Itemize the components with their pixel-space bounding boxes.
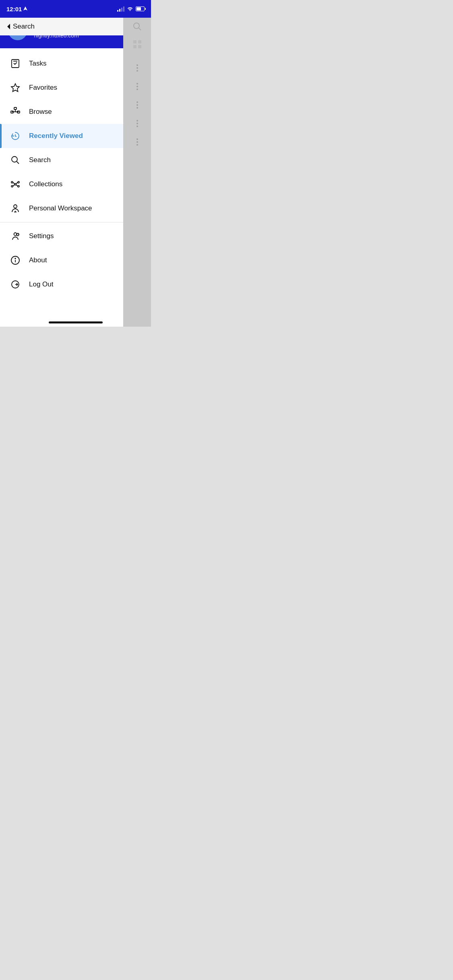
logout-label: Log Out <box>29 280 54 288</box>
svg-point-22 <box>11 185 13 187</box>
status-bar: 12:01 <box>0 0 151 18</box>
svg-point-21 <box>18 181 19 183</box>
back-arrow-icon <box>6 23 10 30</box>
dots-row-3 <box>137 101 138 109</box>
about-label: About <box>29 256 47 264</box>
logout-icon <box>10 279 21 290</box>
collections-label: Collections <box>29 180 62 188</box>
sidebar-item-settings[interactable]: Settings <box>0 224 123 248</box>
svg-line-27 <box>16 185 18 186</box>
search-icon <box>10 154 21 166</box>
dots-row-5 <box>137 138 138 146</box>
right-panel-search[interactable] <box>123 18 151 35</box>
battery-icon <box>136 6 145 11</box>
tasks-label: Tasks <box>29 60 46 68</box>
svg-line-18 <box>17 162 19 164</box>
sidebar-item-personal-workspace[interactable]: Personal Workspace <box>0 196 123 220</box>
svg-line-37 <box>17 235 17 235</box>
svg-point-28 <box>14 205 17 208</box>
svg-rect-3 <box>138 40 141 43</box>
about-icon <box>10 255 21 266</box>
recently-viewed-icon <box>10 130 21 142</box>
home-indicator <box>49 321 103 323</box>
svg-marker-8 <box>11 84 19 92</box>
grid-icon <box>133 40 142 49</box>
recently-viewed-label: Recently Viewed <box>29 132 83 140</box>
right-panel-grid[interactable] <box>123 35 151 53</box>
svg-point-20 <box>11 181 13 183</box>
browse-label: Browse <box>29 108 52 116</box>
wifi-icon <box>127 6 133 12</box>
collections-icon <box>10 179 21 190</box>
location-arrow-icon <box>23 6 27 11</box>
right-panel-rows <box>123 53 151 327</box>
favorites-label: Favorites <box>29 84 57 92</box>
signal-icon <box>117 6 124 12</box>
sidebar-item-logout[interactable]: Log Out <box>0 272 123 296</box>
svg-line-1 <box>139 28 141 31</box>
svg-rect-4 <box>133 45 137 48</box>
dots-row-1 <box>137 64 138 72</box>
svg-point-0 <box>134 23 139 29</box>
sidebar-item-browse[interactable]: Browse <box>0 100 123 124</box>
svg-point-41 <box>15 258 16 259</box>
status-icons <box>117 6 145 12</box>
browse-icon <box>10 106 21 117</box>
svg-rect-5 <box>138 45 141 48</box>
tasks-icon <box>10 58 21 69</box>
svg-rect-9 <box>14 107 17 109</box>
nav-divider <box>0 222 123 222</box>
svg-point-23 <box>18 185 19 187</box>
svg-line-35 <box>17 234 17 235</box>
svg-rect-2 <box>133 40 137 43</box>
nav-list: Tasks Favorites <box>0 48 123 327</box>
svg-line-25 <box>16 182 18 184</box>
sidebar-item-search[interactable]: Search <box>0 148 123 172</box>
dots-row-4 <box>137 120 138 127</box>
back-nav-row[interactable]: Search <box>0 18 123 35</box>
favorites-icon <box>10 82 21 93</box>
dots-row-2 <box>137 83 138 90</box>
settings-label: Settings <box>29 232 54 240</box>
svg-line-26 <box>13 185 14 186</box>
settings-icon <box>10 231 21 242</box>
sidebar-item-tasks[interactable]: Tasks <box>0 51 123 76</box>
svg-line-38 <box>19 234 19 235</box>
side-drawer: J John Doe nightly.nuxeo.com Tasks <box>0 0 123 327</box>
back-nav-label: Search <box>13 23 35 31</box>
personal-workspace-icon <box>10 203 21 214</box>
search-label: Search <box>29 156 51 164</box>
sidebar-item-favorites[interactable]: Favorites <box>0 76 123 100</box>
svg-point-19 <box>14 183 16 185</box>
personal-workspace-label: Personal Workspace <box>29 204 92 212</box>
status-time: 12:01 <box>6 6 27 12</box>
sidebar-item-collections[interactable]: Collections <box>0 172 123 196</box>
svg-line-36 <box>19 235 19 235</box>
sidebar-item-about[interactable]: About <box>0 248 123 272</box>
svg-line-24 <box>13 182 14 184</box>
search-icon-right <box>133 22 142 31</box>
sidebar-item-recently-viewed[interactable]: Recently Viewed <box>0 124 123 148</box>
svg-point-17 <box>12 156 17 162</box>
